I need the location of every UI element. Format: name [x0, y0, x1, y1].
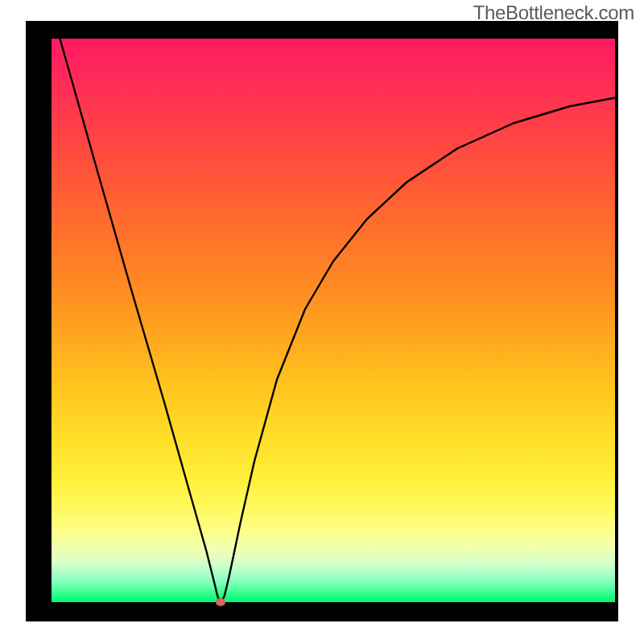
minimum-marker — [216, 598, 225, 606]
chart-frame — [26, 21, 618, 621]
plot-area — [52, 39, 615, 602]
bottleneck-curve — [52, 39, 615, 602]
chart-container: TheBottleneck.com — [0, 0, 644, 644]
